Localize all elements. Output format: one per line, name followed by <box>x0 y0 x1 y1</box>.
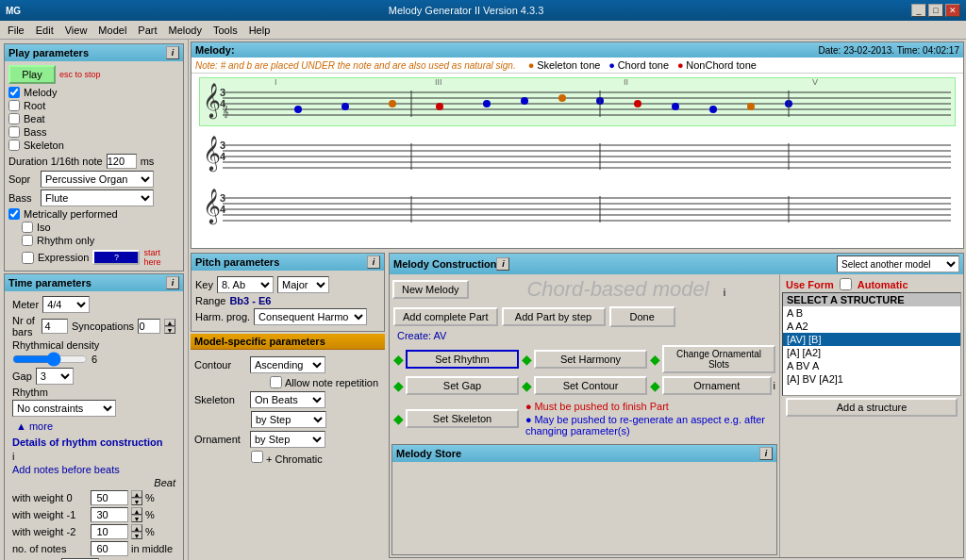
skeleton-checkbox[interactable] <box>8 140 20 151</box>
key-type-select[interactable]: Major <box>277 276 329 293</box>
set-gap-button[interactable]: Set Gap <box>406 376 519 395</box>
weight-1-up[interactable]: ▲ <box>131 507 142 515</box>
skeleton-select-1[interactable]: On Beats <box>250 391 325 408</box>
menu-edit[interactable]: Edit <box>30 23 59 38</box>
bass-select[interactable]: Flute <box>41 189 154 206</box>
mc-info-btn[interactable]: i <box>496 257 509 271</box>
rhythm-only-checkbox[interactable] <box>22 235 33 246</box>
set-contour-button[interactable]: Set Contour <box>534 376 647 395</box>
svg-point-6 <box>294 106 302 113</box>
weight-1-input[interactable] <box>91 507 128 522</box>
structure-item-aa2-2[interactable]: [A] [A2] <box>783 346 960 359</box>
melody-store-section: Melody Store i <box>391 444 777 555</box>
gap-select[interactable]: 3 <box>36 368 74 385</box>
weight-0-pct: % <box>145 492 155 503</box>
duration-input[interactable] <box>107 154 137 169</box>
structure-item-aa2[interactable]: A A2 <box>783 320 960 333</box>
play-button[interactable]: Play <box>8 65 56 84</box>
iso-checkbox[interactable] <box>22 222 33 233</box>
weight-0-up[interactable]: ▲ <box>131 490 142 498</box>
weight-1-pct: % <box>145 509 155 520</box>
details-info-btn[interactable]: i <box>12 451 14 462</box>
done-button[interactable]: Done <box>609 306 675 327</box>
weight-2-input[interactable] <box>91 524 128 539</box>
nr-bars-input[interactable] <box>42 319 68 334</box>
structure-item-abva[interactable]: A BV A <box>783 359 960 372</box>
expression-checkbox[interactable] <box>22 252 34 264</box>
add-structure-button[interactable]: Add a structure <box>786 398 958 417</box>
pitch-params-info-btn[interactable]: i <box>367 255 380 269</box>
automatic-checkbox[interactable] <box>840 278 852 290</box>
menu-tools[interactable]: Tools <box>208 23 243 38</box>
minimize-button[interactable]: _ <box>911 4 926 17</box>
structure-list[interactable]: SELECT A STRUCTURE A B A A2 [AV] [B] [A]… <box>782 292 961 396</box>
svg-point-10 <box>483 100 491 107</box>
change-ornamental-button[interactable]: Change Ornamental Slots <box>662 345 775 373</box>
melody-store-info-btn[interactable]: i <box>759 447 773 460</box>
skeleton-select-2[interactable]: by Step <box>251 411 326 428</box>
syncopations-input[interactable] <box>138 319 160 334</box>
contour-row: Contour Ascending <box>194 356 381 373</box>
structure-item-abva2[interactable]: [A] BV [A2]1 <box>783 372 960 386</box>
menu-melody[interactable]: Melody <box>163 23 208 38</box>
structure-item-ab[interactable]: A B <box>783 306 960 320</box>
ornament-button[interactable]: Ornament <box>662 376 772 395</box>
add-part-by-step-button[interactable]: Add Part by step <box>502 307 606 326</box>
syncopations-down[interactable]: ▼ <box>164 326 175 334</box>
rhythm-select[interactable]: No constraints <box>12 400 116 417</box>
weight-0-down[interactable]: ▼ <box>131 498 142 505</box>
set-skeleton-button[interactable]: Set Skeleton <box>406 409 519 428</box>
more-link[interactable]: ▲ more <box>12 419 57 434</box>
meter-select[interactable]: 4/4 <box>42 296 90 313</box>
menu-model[interactable]: Model <box>92 23 132 38</box>
key-select[interactable]: 8. Ab <box>217 276 274 293</box>
pitch-params-header: Pitch parameters i <box>192 254 384 271</box>
add-complete-part-button[interactable]: Add complete Part <box>393 307 498 326</box>
chromatic-checkbox[interactable] <box>251 451 263 463</box>
time-params-info-btn[interactable]: i <box>166 276 179 289</box>
menu-help[interactable]: Help <box>243 23 276 38</box>
select-model-dropdown[interactable]: Select another model <box>837 255 959 272</box>
time-sig-1: 34 <box>220 87 225 109</box>
contour-select[interactable]: Ascending <box>250 356 325 373</box>
start-here-button[interactable]: ? <box>92 250 140 265</box>
weight-1-down[interactable]: ▼ <box>131 515 142 522</box>
set-contour-cell: ◆ Set Contour <box>522 376 647 395</box>
menu-file[interactable]: File <box>2 23 30 38</box>
weight-2-down[interactable]: ▼ <box>131 532 142 539</box>
play-params-content: Play esc to stop Melody Root Beat <box>5 61 183 271</box>
weight-0-input[interactable] <box>91 490 128 505</box>
weight-2-up[interactable]: ▲ <box>131 524 142 532</box>
play-params-info-btn[interactable]: i <box>166 46 179 59</box>
finish-part-text: Must be pushed to finish Part <box>534 401 668 412</box>
use-form-label: Use Form <box>786 279 834 290</box>
no-of-notes-input[interactable] <box>91 541 128 556</box>
ornament-select[interactable]: by Step <box>250 431 325 448</box>
allow-repetition-checkbox[interactable] <box>270 376 282 388</box>
regen-info: ● May be pushed to re-generate an aspect… <box>525 413 772 437</box>
melody-label: Melody <box>24 87 57 98</box>
maximize-button[interactable]: □ <box>928 4 943 17</box>
ornament-info-btn[interactable]: i <box>774 380 775 391</box>
iso-label: Iso <box>37 222 51 233</box>
skeleton-row: Skeleton On Beats <box>194 391 381 408</box>
set-rhythm-button[interactable]: Set Rhythm <box>406 350 519 369</box>
density-slider[interactable] <box>12 353 88 366</box>
menu-view[interactable]: View <box>59 23 93 38</box>
metrically-checkbox[interactable] <box>8 208 20 220</box>
structure-item-avb[interactable]: [AV] [B] <box>783 333 960 346</box>
harm-select[interactable]: Consequent Harmo <box>254 308 367 325</box>
close-button[interactable]: ✕ <box>945 4 960 17</box>
root-checkbox[interactable] <box>8 100 20 111</box>
new-melody-button[interactable]: New Melody <box>392 280 469 299</box>
menu-part[interactable]: Part <box>132 23 162 38</box>
melody-checkbox[interactable] <box>8 87 20 98</box>
chord-model-info-btn[interactable]: i <box>724 287 725 298</box>
set-harmony-button[interactable]: Set Harmony <box>534 350 647 369</box>
create-av-link[interactable]: Create: AV <box>393 328 450 343</box>
syncopations-up[interactable]: ▲ <box>164 319 175 326</box>
beat-checkbox[interactable] <box>8 113 20 124</box>
duration-unit: ms <box>141 156 155 167</box>
bass-checkbox[interactable] <box>8 126 20 138</box>
sopr-select[interactable]: Percussive Organ <box>41 171 154 188</box>
